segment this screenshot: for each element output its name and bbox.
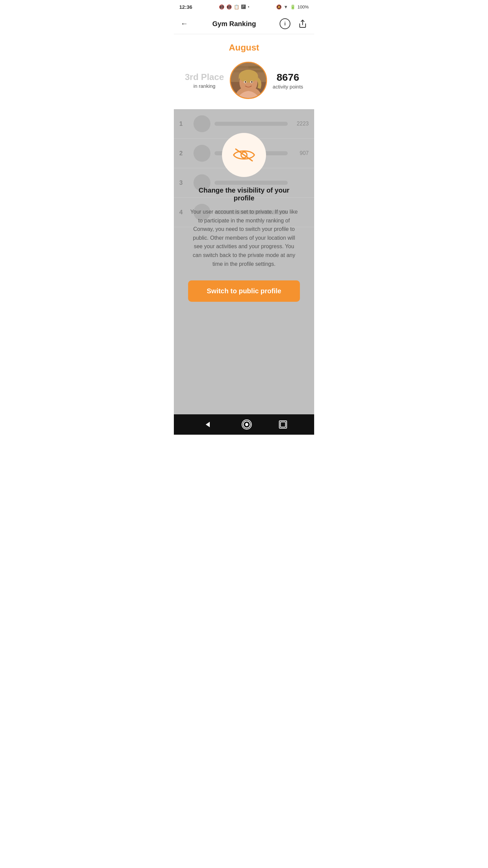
info-icon-label: i: [284, 21, 286, 26]
back-triangle-icon: [204, 420, 212, 429]
info-icon: i: [280, 18, 290, 29]
svg-rect-4: [248, 66, 266, 68]
nav-left: ←: [179, 18, 189, 29]
wifi-icon: ▼: [284, 4, 288, 9]
top-nav: ← Gym Ranking i: [174, 14, 314, 34]
parking-icon: 🅿: [241, 4, 246, 9]
share-icon: [298, 19, 307, 28]
svg-marker-16: [206, 422, 210, 427]
back-nav-button[interactable]: [201, 418, 215, 431]
rank-label: in ranking: [185, 83, 224, 89]
status-bar: 12:36 📵 📵 📋 🅿 • 🔕 ▼ 🔋 100%: [174, 0, 314, 14]
info-button[interactable]: i: [279, 18, 291, 30]
rank-number: 3rd Place: [185, 72, 224, 82]
points-label: activity points: [273, 84, 303, 90]
rank-info: 3rd Place in ranking: [185, 72, 224, 89]
share-button[interactable]: [297, 18, 309, 30]
month-section: August: [174, 34, 314, 58]
battery-percent: 100%: [298, 4, 309, 9]
avatar: [230, 62, 267, 99]
avatar-image: [231, 63, 266, 98]
back-button[interactable]: ←: [179, 18, 189, 29]
month-title: August: [179, 42, 309, 53]
visibility-modal: Change the visibility of your profile Yo…: [182, 126, 306, 302]
sim-icon: 📵: [219, 4, 224, 9]
visibility-description: Your user account is set to private. If …: [182, 208, 306, 268]
status-icons: 📵 📵 📋 🅿 •: [219, 4, 249, 9]
visibility-title: Change the visibility of your profile: [182, 186, 306, 202]
sim2-icon: 📵: [226, 4, 232, 9]
home-circle-icon: [242, 420, 251, 429]
svg-point-18: [245, 423, 248, 426]
battery-icon: 🔋: [290, 4, 296, 9]
points-number: 8676: [273, 72, 303, 83]
svg-rect-3: [231, 66, 248, 68]
status-right: 🔕 ▼ 🔋 100%: [276, 4, 309, 9]
avatar-svg: [231, 62, 266, 99]
home-nav-button[interactable]: [242, 419, 252, 430]
nav-right: i: [279, 18, 309, 30]
svg-rect-5: [231, 70, 243, 73]
svg-point-13: [251, 81, 252, 83]
dot-icon: •: [248, 4, 249, 9]
status-time: 12:36: [179, 4, 192, 10]
user-stats-row: 3rd Place in ranking: [174, 58, 314, 109]
svg-point-12: [244, 81, 246, 83]
bottom-nav: [174, 414, 314, 435]
page-title: Gym Ranking: [212, 20, 256, 28]
recents-nav-button[interactable]: [279, 420, 287, 429]
mute-icon: 🔕: [276, 4, 282, 9]
recents-square-icon: [280, 420, 286, 429]
clipboard-icon: 📋: [234, 4, 239, 9]
svg-rect-19: [281, 422, 286, 427]
switch-to-public-button[interactable]: Switch to public profile: [188, 280, 300, 302]
hidden-icon-circle: [222, 133, 266, 177]
overlay-section: 1 2223 2 907 3 4: [174, 109, 314, 414]
points-info: 8676 activity points: [273, 72, 303, 90]
eye-hidden-icon: [232, 146, 256, 163]
